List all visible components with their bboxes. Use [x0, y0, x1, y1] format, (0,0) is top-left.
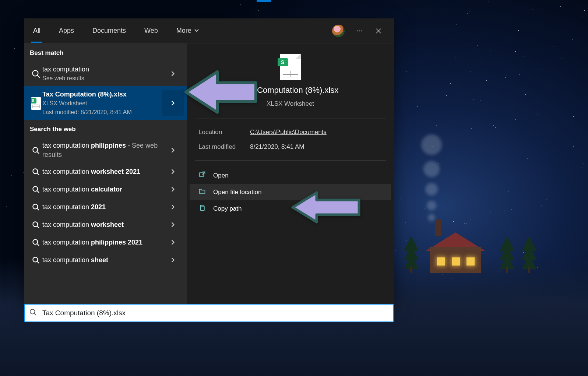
tab-all[interactable]: All	[24, 18, 50, 43]
action-open-file-location[interactable]: Open file location	[190, 184, 391, 200]
svg-point-9	[33, 239, 38, 244]
close-icon[interactable]	[374, 27, 383, 35]
web-result[interactable]: tax computation worksheet 2021	[24, 163, 187, 180]
tab-more[interactable]: More	[167, 18, 208, 43]
preview-file-title: Tax Computation (8%).xlsx	[242, 85, 339, 95]
meta-modified-label: Last modified	[198, 143, 250, 151]
search-icon	[30, 166, 42, 177]
svg-point-5	[33, 169, 38, 173]
xlsx-file-icon: S	[30, 96, 42, 110]
search-icon	[30, 68, 42, 79]
meta-location-value[interactable]: C:\Users\Public\Documents	[250, 129, 382, 136]
result-file-modified: Last modified: 8/21/2020, 8:41 AM	[42, 108, 158, 116]
result-title: tax computation 2021	[42, 203, 158, 211]
search-icon	[30, 202, 42, 212]
windows-search-panel: All Apps Documents Web More Best match	[24, 18, 394, 304]
copy-icon	[198, 204, 206, 213]
svg-point-13	[30, 309, 35, 314]
meta-location-label: Location	[198, 129, 250, 136]
result-subtitle: See web results	[42, 74, 158, 82]
search-input[interactable]	[42, 309, 389, 317]
search-header: All Apps Documents Web More	[24, 18, 394, 43]
preview-file-type: XLSX Worksheet	[267, 100, 314, 108]
action-open[interactable]: Open	[190, 167, 391, 184]
result-title: tax computation philippines 2021	[42, 238, 158, 247]
search-icon	[30, 219, 42, 230]
svg-point-2	[361, 30, 362, 31]
tab-documents[interactable]: Documents	[83, 18, 135, 43]
chevron-right-icon[interactable]	[162, 219, 184, 230]
more-options-icon[interactable]	[355, 27, 364, 35]
results-column: Best match tax computation See web resul…	[24, 43, 187, 304]
chevron-right-icon[interactable]	[162, 237, 184, 247]
section-best-match: Best match	[24, 43, 187, 61]
result-file-type: XLSX Worksheet	[42, 99, 158, 108]
user-avatar[interactable]	[332, 25, 345, 37]
search-icon	[30, 255, 42, 265]
svg-point-1	[359, 30, 360, 31]
search-icon	[30, 145, 42, 155]
result-title: tax computation worksheet 2021	[42, 167, 158, 176]
folder-icon	[198, 187, 206, 197]
search-icon	[30, 237, 42, 247]
section-search-web: Search the web	[24, 120, 187, 137]
open-icon	[198, 171, 206, 180]
svg-point-10	[33, 257, 38, 262]
svg-rect-12	[201, 206, 204, 211]
preview-column: S Tax Computation (8%).xlsx XLSX Workshe…	[187, 43, 394, 304]
chevron-right-icon[interactable]	[162, 166, 184, 177]
result-title: tax computation sheet	[42, 256, 158, 264]
result-title: tax computation calculator	[42, 185, 158, 194]
web-result[interactable]: tax computation 2021	[24, 198, 187, 216]
tab-web[interactable]: Web	[135, 18, 167, 43]
svg-point-0	[357, 30, 358, 31]
xlsx-file-icon: S	[280, 54, 301, 80]
svg-point-6	[33, 186, 38, 191]
chevron-right-icon[interactable]	[162, 202, 184, 212]
chevron-right-icon[interactable]	[162, 141, 184, 159]
result-file-tax-computation[interactable]: S Tax Computation (8%).xlsx XLSX Workshe…	[24, 86, 187, 120]
result-title: tax computation philippines - See web re…	[42, 141, 158, 159]
web-result[interactable]: tax computation philippines 2021	[24, 233, 187, 251]
chevron-down-icon	[194, 27, 199, 35]
svg-point-8	[33, 222, 38, 226]
taskbar-search-box[interactable]	[24, 304, 394, 322]
chevron-right-icon[interactable]	[162, 90, 184, 116]
web-result[interactable]: tax computation calculator	[24, 180, 187, 198]
web-result[interactable]: tax computation sheet	[24, 251, 187, 269]
svg-point-4	[33, 147, 38, 152]
web-result[interactable]: tax computation philippines - See web re…	[24, 137, 187, 163]
tab-apps[interactable]: Apps	[50, 18, 83, 43]
svg-point-7	[33, 204, 38, 209]
result-title: Tax Computation (8%).xlsx	[42, 90, 158, 99]
web-result[interactable]: tax computation worksheet	[24, 216, 187, 233]
result-web-tax-computation[interactable]: tax computation See web results	[24, 61, 187, 86]
result-title: tax computation worksheet	[42, 220, 158, 229]
chevron-right-icon[interactable]	[162, 184, 184, 194]
chevron-right-icon[interactable]	[162, 255, 184, 265]
svg-point-3	[32, 70, 38, 76]
result-title: tax computation	[42, 65, 158, 74]
action-copy-path[interactable]: Copy path	[190, 200, 391, 217]
chevron-right-icon[interactable]	[162, 65, 184, 82]
meta-modified-value: 8/21/2020, 8:41 AM	[250, 143, 382, 151]
search-icon	[29, 308, 37, 318]
search-icon	[30, 184, 42, 194]
